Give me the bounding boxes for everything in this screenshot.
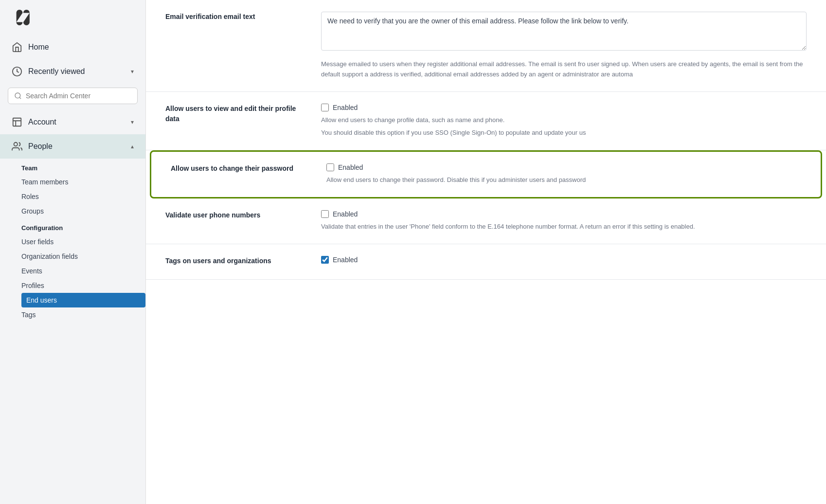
svg-point-4	[14, 143, 18, 146]
change-password-control: Enabled Allow end users to change their …	[326, 163, 801, 185]
view-edit-profile-desc2: You should disable this option if you us…	[321, 128, 807, 138]
svg-point-1	[15, 93, 20, 98]
validate-phone-checkbox-label: Enabled	[333, 210, 358, 218]
building-icon	[12, 117, 22, 127]
sidebar-item-account[interactable]: Account ▾	[0, 110, 145, 134]
view-edit-profile-row: Allow users to view and edit their profi…	[146, 92, 826, 151]
zendesk-logo-icon	[12, 10, 35, 27]
change-password-row: Allow users to change their password Ena…	[150, 150, 822, 198]
tags-checkbox[interactable]	[321, 256, 329, 264]
change-password-checkbox-label: Enabled	[338, 163, 363, 171]
view-edit-profile-desc1: Allow end users to change profile data, …	[321, 115, 807, 126]
sidebar-item-home[interactable]: Home	[0, 35, 145, 59]
email-verification-label: Email verification email text	[165, 12, 302, 22]
sidebar-item-organization-fields[interactable]: Organization fields	[21, 249, 145, 264]
recently-viewed-chevron-icon: ▾	[131, 68, 134, 75]
sidebar: Home Recently viewed ▾ Account ▾	[0, 0, 146, 504]
search-icon	[14, 92, 22, 100]
svg-line-2	[19, 97, 21, 99]
svg-rect-3	[13, 118, 21, 126]
search-box	[8, 88, 138, 104]
view-edit-profile-checkbox-label: Enabled	[333, 104, 358, 111]
tags-checkbox-row: Enabled	[321, 256, 807, 264]
home-label: Home	[28, 43, 134, 52]
email-verification-textarea[interactable]: We need to verify that you are the owner…	[321, 12, 807, 51]
tags-control: Enabled	[321, 256, 807, 268]
sidebar-item-user-fields[interactable]: User fields	[21, 234, 145, 249]
view-edit-profile-control: Enabled Allow end users to change profil…	[321, 104, 807, 139]
validate-phone-label: Validate user phone numbers	[165, 210, 302, 220]
logo-area	[0, 0, 145, 35]
view-edit-profile-checkbox[interactable]	[321, 104, 329, 111]
change-password-label: Allow users to change their password	[171, 163, 307, 174]
search-input[interactable]	[26, 92, 131, 100]
change-password-label-col: Allow users to change their password	[171, 163, 307, 185]
sidebar-item-roles[interactable]: Roles	[21, 189, 145, 204]
validate-phone-row: Validate user phone numbers Enabled Vali…	[146, 198, 826, 244]
main-content: Email verification email text We need to…	[146, 0, 826, 504]
validate-phone-checkbox[interactable]	[321, 210, 329, 218]
sidebar-item-team-members[interactable]: Team members	[21, 175, 145, 189]
sidebar-item-recently-viewed[interactable]: Recently viewed ▾	[0, 59, 145, 84]
sidebar-item-events[interactable]: Events	[21, 264, 145, 278]
tags-row: Tags on users and organizations Enabled	[146, 244, 826, 280]
sidebar-item-end-users[interactable]: End users	[21, 293, 145, 307]
validate-phone-checkbox-row: Enabled	[321, 210, 807, 218]
recently-viewed-label: Recently viewed	[28, 67, 125, 76]
clock-icon	[12, 66, 22, 77]
home-icon	[12, 42, 22, 53]
view-edit-profile-label: Allow users to view and edit their profi…	[165, 104, 302, 124]
email-verification-description: Message emailed to users when they regis…	[321, 59, 807, 80]
view-edit-profile-checkbox-row: Enabled	[321, 104, 807, 111]
people-submenu: Team Team members Roles Groups Configura…	[0, 159, 145, 322]
users-icon	[12, 141, 22, 152]
change-password-description: Allow end users to change their password…	[326, 175, 801, 185]
sidebar-item-groups[interactable]: Groups	[21, 204, 145, 218]
people-chevron-icon: ▴	[131, 143, 134, 150]
account-label: Account	[28, 118, 125, 126]
people-label: People	[28, 142, 125, 151]
email-verification-label-col: Email verification email text	[165, 12, 302, 80]
sidebar-item-people[interactable]: People ▴	[0, 134, 145, 159]
validate-phone-control: Enabled Validate that entries in the use…	[321, 210, 807, 232]
email-verification-row: Email verification email text We need to…	[146, 0, 826, 92]
team-section-title: Team	[21, 159, 145, 175]
tags-label-col: Tags on users and organizations	[165, 256, 302, 268]
change-password-checkbox[interactable]	[326, 163, 334, 171]
sidebar-item-tags[interactable]: Tags	[21, 307, 145, 322]
tags-label: Tags on users and organizations	[165, 256, 302, 266]
change-password-checkbox-row: Enabled	[326, 163, 801, 171]
email-verification-control: We need to verify that you are the owner…	[321, 12, 807, 80]
configuration-section-title: Configuration	[21, 218, 145, 234]
validate-phone-description: Validate that entries in the user 'Phone…	[321, 222, 807, 232]
sidebar-item-profiles[interactable]: Profiles	[21, 278, 145, 293]
validate-phone-label-col: Validate user phone numbers	[165, 210, 302, 232]
tags-checkbox-label: Enabled	[333, 256, 358, 264]
view-edit-profile-label-col: Allow users to view and edit their profi…	[165, 104, 302, 139]
account-chevron-icon: ▾	[131, 119, 134, 126]
